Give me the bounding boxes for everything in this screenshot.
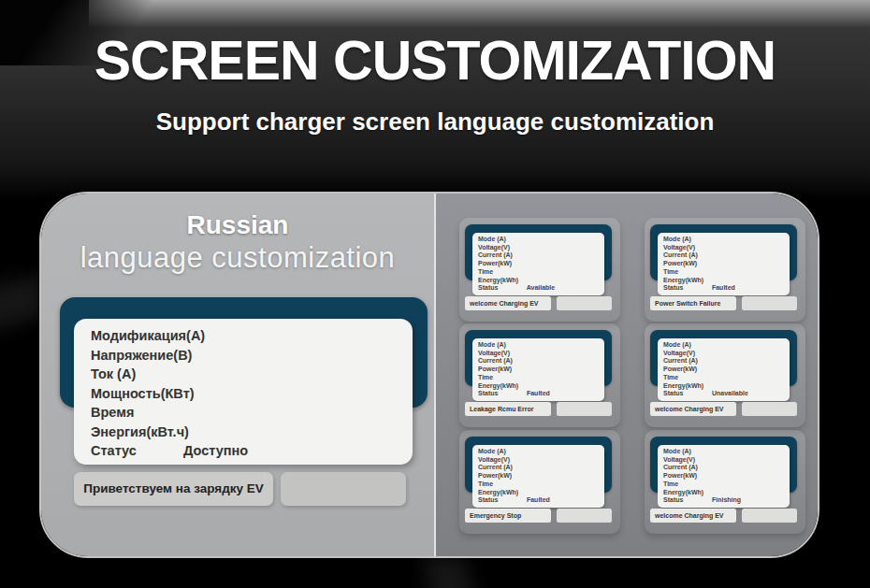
main-panel: Russian language customization Модификац… (39, 192, 819, 558)
big-screen-row: Время (91, 403, 399, 423)
mini-footer-message-bar: Power Switch Failure (650, 296, 736, 310)
big-screen-footer-bars: Приветствуем на зарядку EV (74, 472, 406, 506)
big-footer-empty-bar (281, 472, 406, 506)
page-title: SCREEN CUSTOMIZATION (0, 34, 870, 89)
mini-screen-row: Voltage(V) (478, 456, 600, 465)
mini-screen-row: Voltage(V) (663, 244, 785, 252)
left-panel: Russian language customization Модификац… (41, 194, 434, 556)
mini-screen-row: Mode (A) (663, 236, 785, 244)
mini-screen-row: Energy(kWh) (663, 277, 785, 285)
mini-screen-row: Energy(kWh) (663, 489, 785, 497)
mini-status-label: Status (663, 284, 710, 293)
mini-footer-empty-bar (742, 509, 797, 523)
mini-status-value: Faulted (527, 496, 550, 503)
mini-screen-card: Mode (A) Voltage(V) Current (A) Power(kW… (658, 233, 790, 295)
big-screen-row: Мощность(КВт) (91, 384, 399, 404)
mini-screen-row: Energy(kWh) (478, 382, 600, 391)
mini-status-row: Status Faulted (478, 390, 600, 398)
mini-status-value: Faulted (712, 284, 735, 291)
mini-screen-row: Time (663, 480, 785, 489)
mini-footer-bars: Power Switch Failure (650, 296, 797, 310)
big-status-value: Доступно (183, 443, 248, 458)
mini-status-label: Status (478, 390, 525, 398)
mini-footer-message-bar: welcome Charging EV (465, 296, 551, 310)
big-status-label: Статус (91, 441, 180, 461)
mini-screen-row: Voltage(V) (478, 350, 600, 358)
mini-footer-message-bar: Leakage Rcmu Error (465, 402, 551, 416)
mini-screen-row: Time (663, 268, 785, 277)
mini-screen-row: Mode (A) (478, 341, 600, 350)
mini-status-label: Status (663, 496, 710, 505)
right-panel: Mode (A) Voltage(V) Current (A) Power(kW… (436, 194, 818, 556)
mini-status-label: Status (478, 496, 525, 505)
language-heading-line1: Russian (41, 210, 434, 240)
mini-footer-bars: welcome Charging EV (465, 296, 612, 310)
mini-screen-card: Mode (A) Voltage(V) Current (A) Power(kW… (472, 233, 604, 295)
big-status-row: Статус Доступно (91, 441, 399, 461)
mini-status-value: Faulted (527, 390, 550, 396)
mini-footer-empty-bar (557, 402, 612, 416)
mini-footer-bars: welcome Charging EV (650, 509, 797, 523)
mini-screen-row: Energy(kWh) (478, 489, 600, 497)
mini-status-value: Finishing (712, 496, 741, 503)
mini-footer-message-bar: welcome Charging EV (650, 509, 736, 523)
mini-screen-row: Mode (A) (478, 448, 600, 456)
mini-screen-row: Mode (A) (663, 341, 785, 350)
mini-screen-2: Mode (A) Voltage(V) Current (A) Power(kW… (650, 224, 798, 311)
mini-screen-5: Mode (A) Voltage(V) Current (A) Power(kW… (465, 437, 613, 523)
mini-status-label: Status (478, 284, 525, 293)
mini-screen-card: Mode (A) Voltage(V) Current (A) Power(kW… (472, 338, 604, 401)
mini-status-value: Available (527, 284, 555, 291)
mini-screen-row: Mode (A) (663, 448, 785, 456)
mini-screen-row: Time (478, 374, 600, 382)
mini-screen-row: Time (478, 268, 600, 277)
mini-screen-row: Voltage(V) (663, 350, 785, 358)
mini-screen-4: Mode (A) Voltage(V) Current (A) Power(kW… (650, 330, 798, 417)
big-screen-card: Модификация(А) Напряжение(В) Ток (А) Мощ… (74, 319, 413, 465)
mini-status-row: Status Faulted (478, 496, 600, 505)
mini-footer-bars: Leakage Rcmu Error (465, 402, 612, 416)
mini-screen-row: Current (A) (663, 464, 785, 472)
big-footer-message-bar: Приветствуем на зарядку EV (74, 472, 273, 506)
mini-screen-row: Power(kW) (478, 366, 600, 374)
mini-status-row: Status Finishing (663, 496, 785, 505)
mini-screen-row: Power(kW) (663, 366, 785, 374)
big-screen-row: Ток (А) (91, 365, 399, 384)
mini-screen-row: Voltage(V) (663, 456, 785, 465)
mini-footer-bars: Emergency Stop (465, 509, 612, 523)
mini-screen-row: Time (478, 480, 600, 489)
mini-screen-row: Energy(kWh) (663, 382, 785, 391)
mini-footer-empty-bar (557, 296, 612, 310)
big-screen-row: Модификация(А) (91, 326, 399, 346)
mini-footer-bars: welcome Charging EV (650, 402, 797, 416)
mini-status-row: Status Unavailable (663, 390, 785, 398)
mini-screen-row: Current (A) (478, 464, 600, 472)
mini-status-label: Status (663, 390, 710, 398)
mini-screen-card: Mode (A) Voltage(V) Current (A) Power(kW… (658, 445, 790, 508)
mini-screen-1: Mode (A) Voltage(V) Current (A) Power(kW… (465, 224, 613, 311)
mini-screen-row: Power(kW) (663, 260, 785, 268)
mini-screen-card: Mode (A) Voltage(V) Current (A) Power(kW… (658, 338, 790, 401)
big-screen-row: Напряжение(В) (91, 346, 399, 366)
mini-screen-row: Current (A) (663, 357, 785, 366)
mini-status-value: Unavailable (712, 390, 748, 396)
language-heading-line2: language customization (41, 241, 434, 275)
mini-screen-card: Mode (A) Voltage(V) Current (A) Power(kW… (472, 445, 604, 508)
mini-screen-row: Current (A) (663, 251, 785, 260)
page-subtitle: Support charger screen language customiz… (0, 108, 870, 136)
mini-screen-row: Time (663, 374, 785, 382)
mini-screen-row: Power(kW) (663, 472, 785, 480)
mini-screen-row: Power(kW) (478, 472, 600, 480)
mini-screen-row: Current (A) (478, 357, 600, 366)
mini-footer-empty-bar (557, 509, 612, 523)
mini-screen-row: Voltage(V) (478, 244, 600, 252)
mini-footer-message-bar: welcome Charging EV (650, 402, 736, 416)
mini-status-row: Status Available (478, 284, 600, 293)
background-top-sheen (89, 0, 870, 28)
mini-status-row: Status Faulted (663, 284, 785, 293)
mini-screen-row: Mode (A) (478, 236, 600, 244)
mini-screen-row: Energy(kWh) (478, 277, 600, 285)
mini-screen-row: Current (A) (478, 251, 600, 260)
mini-screen-3: Mode (A) Voltage(V) Current (A) Power(kW… (465, 330, 613, 417)
mini-screen-row: Power(kW) (478, 260, 600, 268)
